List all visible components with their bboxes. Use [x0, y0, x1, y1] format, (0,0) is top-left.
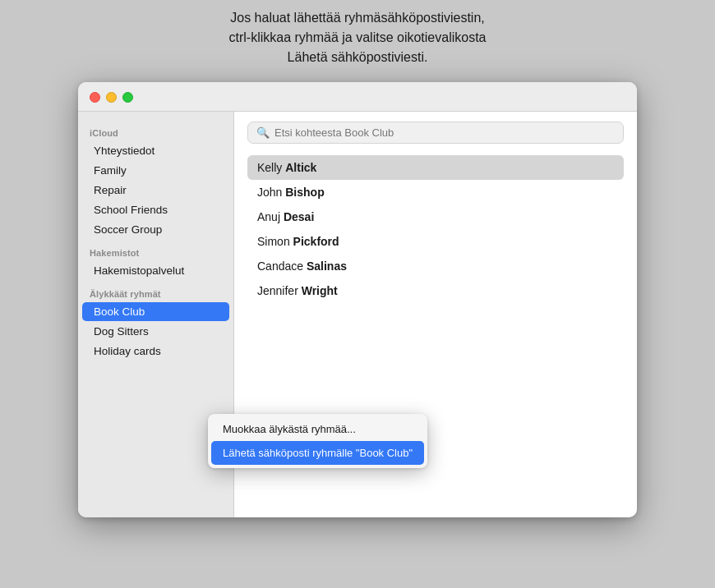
- maximize-button[interactable]: [122, 92, 133, 103]
- contact-last-name: Salinas: [307, 260, 347, 273]
- context-menu: Muokkaa älykästä ryhmää... Lähetä sähköp…: [208, 414, 427, 468]
- contact-last-name: Altick: [285, 161, 316, 174]
- contact-item[interactable]: Simon Pickford: [247, 229, 624, 254]
- contact-item[interactable]: Kelly Altick: [247, 155, 624, 180]
- close-button[interactable]: [90, 92, 100, 103]
- sidebar-item-soccer-group[interactable]: Soccer Group: [82, 220, 229, 239]
- sidebar-section-hakemistot: Hakemistot: [78, 240, 233, 260]
- contact-item[interactable]: Anuj Desai: [247, 204, 624, 229]
- sidebar-item-family[interactable]: Family: [82, 161, 229, 180]
- contact-item[interactable]: Jennifer Wright: [247, 278, 624, 303]
- contact-first-name: Candace: [257, 260, 307, 273]
- context-menu-item-edit[interactable]: Muokkaa älykästä ryhmää...: [211, 417, 424, 441]
- traffic-lights: [90, 92, 133, 103]
- contact-last-name: Desai: [284, 210, 314, 223]
- sidebar-item-repair[interactable]: Repair: [82, 181, 229, 200]
- contact-first-name: Kelly: [257, 161, 285, 174]
- sidebar-section-alykk: Älykkäät ryhmät: [78, 281, 233, 301]
- sidebar-section-icloud: iCloud: [78, 120, 233, 140]
- instruction-text: Jos haluat lähettää ryhmäsähköpostiviest…: [229, 8, 487, 67]
- title-bar: [78, 82, 637, 112]
- sidebar-item-hakemistopalvelut[interactable]: Hakemistopalvelut: [82, 261, 229, 280]
- app-window: iCloud Yhteystiedot Family Repair School…: [78, 82, 637, 517]
- contact-last-name: Bishop: [285, 186, 324, 199]
- contact-first-name: John: [257, 186, 285, 199]
- contact-item[interactable]: Candace Salinas: [247, 254, 624, 278]
- contact-first-name: Anuj: [257, 210, 284, 223]
- context-menu-item-send-email[interactable]: Lähetä sähköposti ryhmälle "Book Club": [211, 441, 424, 465]
- minimize-button[interactable]: [106, 92, 117, 103]
- search-bar[interactable]: 🔍: [247, 122, 624, 144]
- contact-last-name: Pickford: [293, 235, 339, 248]
- search-input[interactable]: [274, 126, 615, 139]
- contact-first-name: Jennifer: [257, 284, 302, 297]
- contact-item[interactable]: John Bishop: [247, 180, 624, 204]
- sidebar-item-dog-sitters[interactable]: Dog Sitters: [82, 322, 229, 341]
- contact-last-name: Wright: [302, 284, 338, 297]
- sidebar-item-book-club[interactable]: Book Club: [82, 302, 229, 321]
- search-icon: 🔍: [256, 126, 270, 139]
- sidebar-item-holiday-cards[interactable]: Holiday cards: [82, 342, 229, 361]
- sidebar-item-yhteystiedot[interactable]: Yhteystiedot: [82, 141, 229, 160]
- contact-first-name: Simon: [257, 235, 293, 248]
- outer-container: Jos haluat lähettää ryhmäsähköpostiviest…: [0, 0, 715, 588]
- sidebar-item-school-friends[interactable]: School Friends: [82, 200, 229, 219]
